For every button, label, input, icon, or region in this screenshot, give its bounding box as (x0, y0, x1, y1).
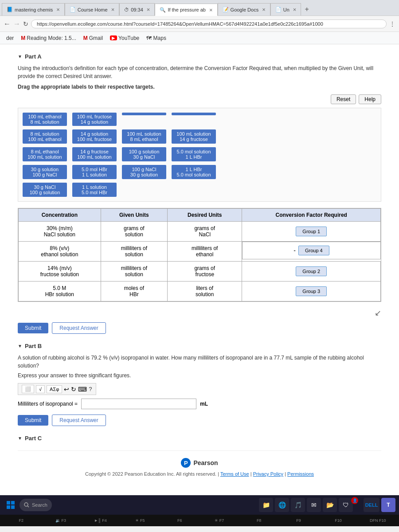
cell-given-1: grams ofsolution (101, 222, 167, 242)
part-a-section: ▼ Part A Using the introduction's defini… (18, 53, 381, 334)
cursor-icon: ↙ (375, 309, 381, 317)
permissions-link[interactable]: Permissions (287, 471, 314, 477)
label-30g-nacl[interactable]: 30 g NaCl100 g solution (23, 183, 67, 197)
answer-input-b[interactable] (81, 399, 196, 409)
search-taskbar[interactable]: Search (20, 499, 52, 511)
fkey-f7[interactable]: ✳ F7 (200, 518, 239, 523)
refresh-button[interactable]: ↻ (23, 20, 28, 27)
taskbar-app-edge[interactable]: 🌐 (275, 498, 289, 512)
tab-un[interactable]: 📄 Un × (270, 3, 301, 16)
tab-docs[interactable]: 📝 Google Docs × (218, 3, 270, 16)
label-14g-fruc[interactable]: 14 g fructose100 mL solution (72, 147, 117, 161)
bookmark-der[interactable]: der (4, 34, 16, 42)
fkey-f9[interactable]: F9 (279, 518, 318, 523)
fkey-play[interactable]: ►║ F4 (81, 518, 120, 523)
label-100ml-sol-eth[interactable]: 100 mL solution8 mL ethanol (122, 129, 166, 144)
part-c-section: ▼ Part C (18, 435, 381, 442)
bookmark-gmail[interactable]: M Gmail (81, 34, 106, 42)
drag-label[interactable] (122, 113, 166, 115)
windows-start-button[interactable] (4, 498, 18, 512)
bookmark-youtube[interactable]: ▶ YouTube (107, 34, 142, 42)
label-1l-sol[interactable]: 1 L solution5.0 mol HBr (72, 183, 117, 197)
fkey-f2[interactable]: F2 (2, 518, 40, 523)
request-answer-button-a[interactable]: Request Answer (52, 322, 106, 334)
fkey-f8[interactable]: F8 (239, 518, 278, 523)
fraction-button[interactable]: ⬜ (22, 385, 34, 393)
label-g-sol[interactable]: 14 g solution100 mL fructose (72, 129, 117, 144)
group-box-4[interactable]: Group 3 (296, 286, 327, 296)
part-b-header[interactable]: ▼ Part B (18, 343, 381, 349)
sqrt-button[interactable]: √ (36, 385, 45, 393)
label-100g-nacl[interactable]: 100 g NaCl30 g solution (122, 165, 166, 179)
bookmark-maps[interactable]: 🗺 Maps (144, 34, 169, 42)
taskbar-teams[interactable]: T (381, 498, 395, 512)
fkey-f6[interactable]: F6 (160, 518, 199, 523)
close-icon[interactable]: × (209, 7, 213, 13)
col-header-concentration: Concentration (19, 209, 101, 222)
label-100g-sol-nacl[interactable]: 100 g solution30 g NaCl (122, 147, 166, 161)
submit-button-a[interactable]: Submit (18, 323, 48, 333)
keyboard-button[interactable]: ⌨ (78, 386, 87, 393)
taskbar-app-mail[interactable]: ✉ (307, 498, 321, 512)
label-30g-sol[interactable]: 30 g solution100 g NaCl (23, 165, 67, 179)
submit-button-b[interactable]: Submit (18, 415, 48, 426)
taskbar-app-folder[interactable]: 📂 (323, 498, 337, 512)
close-icon[interactable]: × (262, 6, 266, 13)
fkey-f10[interactable]: F10 (319, 518, 357, 523)
taskbar-dell-logo[interactable]: DELL (364, 498, 379, 512)
label-8ml-eth[interactable]: 8 mL ethanol100 mL solution (23, 147, 67, 161)
tab-mastering[interactable]: 📘 mastering chemis × (2, 3, 65, 16)
url-input[interactable]: https://openvellum.ecollege.com/course.h… (31, 20, 387, 28)
close-icon[interactable]: × (147, 6, 150, 13)
symbol-button[interactable]: ΑΣφ (47, 385, 62, 393)
label-pair-2: 100 mL fructose14 g solution (72, 113, 117, 126)
close-icon[interactable]: × (111, 6, 115, 13)
drag-label[interactable]: 100 mL fructose14 g solution (72, 113, 117, 126)
taskbar-app-media[interactable]: 🎵 (291, 498, 305, 512)
back-button[interactable]: ← (4, 20, 11, 28)
forward-button[interactable]: → (13, 20, 20, 28)
group-box-1[interactable]: Group 1 (296, 227, 327, 236)
new-tab-button[interactable]: + (301, 3, 312, 16)
fkey-vol-down[interactable]: 🔉 F3 (41, 518, 80, 523)
tab-timer[interactable]: ⏱ 09:34 × (119, 3, 155, 16)
cell-group-4[interactable]: Group 3 (242, 282, 381, 301)
tab-label-pressure: If the pressure ab (168, 7, 206, 12)
part-a-header[interactable]: ▼ Part A (18, 53, 381, 60)
fkey-dfn-f10[interactable]: DFN F10 (359, 518, 397, 523)
taskbar-app-files[interactable]: 📁 (259, 498, 273, 512)
part-c-header[interactable]: ▼ Part C (18, 435, 381, 442)
undo-button[interactable]: ↩ (64, 386, 69, 393)
extensions-button[interactable]: ⋮ (389, 20, 395, 27)
page-footer: P Pearson Copyright © 2022 Pearson Educa… (18, 450, 381, 486)
request-answer-button-b[interactable]: Request Answer (52, 415, 106, 426)
redo-button[interactable]: ↻ (71, 386, 76, 393)
cell-group-3[interactable]: Group 2 (242, 262, 381, 282)
label-5mol-hbr[interactable]: 5.0 mol HBr1 L solution (72, 165, 117, 179)
label-ethanol-sol[interactable]: 8 mL solution100 mL ethanol (23, 129, 67, 144)
cell-group-2[interactable]: - Group 4 (242, 242, 380, 259)
group-box-2[interactable]: Group 4 (298, 246, 329, 255)
table-row-2: 8% (v/v)ethanol solution milliliters ofs… (19, 242, 381, 262)
cell-group-1[interactable]: Group 1 (242, 222, 381, 242)
label-5mol-sol[interactable]: 5.0 mol solution1 L HBr (172, 147, 216, 161)
tab-pressure[interactable]: 🔍 If the pressure ab × (155, 4, 217, 16)
label-1l-hbr[interactable]: 1 L HBr5.0 mol solution (172, 165, 216, 179)
question-mark[interactable]: ? (89, 386, 92, 392)
close-icon[interactable]: × (293, 6, 297, 13)
tab-icon-timer: ⏱ (124, 7, 129, 12)
drag-label[interactable]: 100 mL ethanol8 mL solution (23, 113, 67, 126)
privacy-link[interactable]: Privacy Policy (253, 471, 283, 477)
help-button[interactable]: Help (359, 94, 381, 104)
math-toolbar: ⬜ √ ΑΣφ ↩ ↻ ⌨ ? (18, 383, 96, 395)
terms-link[interactable]: Terms of Use (220, 471, 249, 477)
label-100ml-sol-fruc[interactable]: 100 mL solution14 g fructose (172, 129, 216, 144)
drag-label[interactable] (172, 113, 216, 115)
reset-button[interactable]: Reset (331, 94, 356, 104)
fkey-f5[interactable]: ☀ F5 (121, 518, 159, 523)
group-box-3[interactable]: Group 2 (296, 266, 327, 276)
close-icon[interactable]: × (56, 6, 60, 13)
bookmark-reading[interactable]: M Reading Mode: 1.5... (18, 34, 78, 42)
tab-course-home[interactable]: 📄 Course Home × (65, 3, 119, 16)
cell-conc-4: 5.0 MHBr solution (19, 282, 101, 301)
